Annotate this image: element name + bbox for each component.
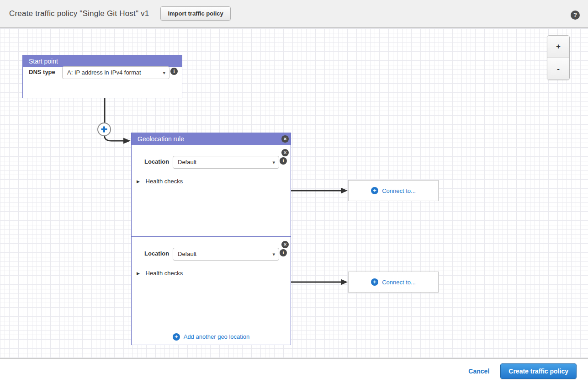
connect-to-button[interactable]: + Connect to... (348, 180, 439, 201)
geo-location-section: ✕ Location Default ▾ i ▶ Health checks (132, 145, 291, 236)
plus-icon (100, 125, 108, 133)
app-header: Create traffic policy "Single Git Host" … (0, 0, 588, 28)
chevron-down-icon: ▾ (272, 248, 275, 260)
zoom-controls: + - (547, 35, 570, 80)
help-icon[interactable]: ? (571, 11, 580, 20)
plus-circle-icon: + (371, 187, 378, 194)
geo-location-section: ✕ Location Default ▾ i ▶ Health checks (132, 236, 291, 328)
import-traffic-policy-button[interactable]: Import traffic policy (160, 6, 230, 21)
location-label: Location (144, 250, 169, 257)
page-title: Create traffic policy "Single Git Host" … (9, 9, 149, 18)
connect-to-button[interactable]: + Connect to... (348, 272, 439, 293)
geolocation-rule-card: Geolocation rule ✕ ✕ Location Default ▾ … (131, 133, 291, 345)
health-checks-label: Health checks (146, 178, 183, 185)
dns-type-label: DNS type (29, 69, 55, 75)
expander-arrow-icon: ▶ (137, 179, 140, 184)
geolocation-rule-header: Geolocation rule ✕ (132, 133, 291, 145)
health-checks-label: Health checks (146, 270, 183, 277)
close-rule-icon[interactable]: ✕ (281, 135, 289, 143)
plus-circle-icon: + (371, 278, 378, 286)
add-geo-location-link[interactable]: + Add another geo location (132, 328, 291, 345)
zoom-out-button[interactable]: - (547, 58, 569, 80)
create-traffic-policy-button[interactable]: Create traffic policy (500, 363, 577, 379)
connect-to-label: Connect to... (382, 279, 416, 286)
dns-type-info-icon[interactable]: i (170, 68, 178, 75)
expander-arrow-icon: ▶ (137, 271, 140, 276)
chevron-down-icon: ▾ (272, 156, 275, 168)
connect-to-label: Connect to... (382, 187, 416, 194)
start-point-header: Start point (23, 55, 182, 67)
health-checks-toggle[interactable]: ▶ Health checks (137, 270, 183, 277)
chevron-down-icon: ▾ (163, 67, 165, 79)
start-point-card: Start point DNS type A: IP address in IP… (22, 55, 182, 98)
location-value: Default (178, 159, 196, 165)
add-geo-location-label: Add another geo location (184, 333, 250, 340)
close-location-icon[interactable]: ✕ (281, 149, 289, 156)
close-location-icon[interactable]: ✕ (281, 241, 289, 248)
dns-type-value: A: IP address in IPv4 format (67, 69, 141, 76)
plus-circle-icon: + (173, 333, 180, 341)
cancel-link[interactable]: Cancel (468, 368, 489, 375)
location-info-icon[interactable]: i (280, 157, 287, 165)
dns-type-select[interactable]: A: IP address in IPv4 format ▾ (62, 66, 170, 79)
location-select[interactable]: Default ▾ (173, 156, 279, 169)
location-select[interactable]: Default ▾ (173, 248, 279, 261)
location-label: Location (144, 158, 169, 165)
geolocation-rule-title: Geolocation rule (138, 135, 184, 143)
zoom-in-button[interactable]: + (547, 36, 569, 58)
health-checks-toggle[interactable]: ▶ Health checks (137, 178, 183, 185)
location-info-icon[interactable]: i (280, 249, 287, 256)
insert-rule-plus-button[interactable] (97, 123, 111, 136)
policy-editor-canvas: + - Start point DNS type A: IP address i… (0, 28, 588, 359)
location-value: Default (178, 251, 196, 257)
action-footer: Cancel Create traffic policy (0, 359, 588, 383)
